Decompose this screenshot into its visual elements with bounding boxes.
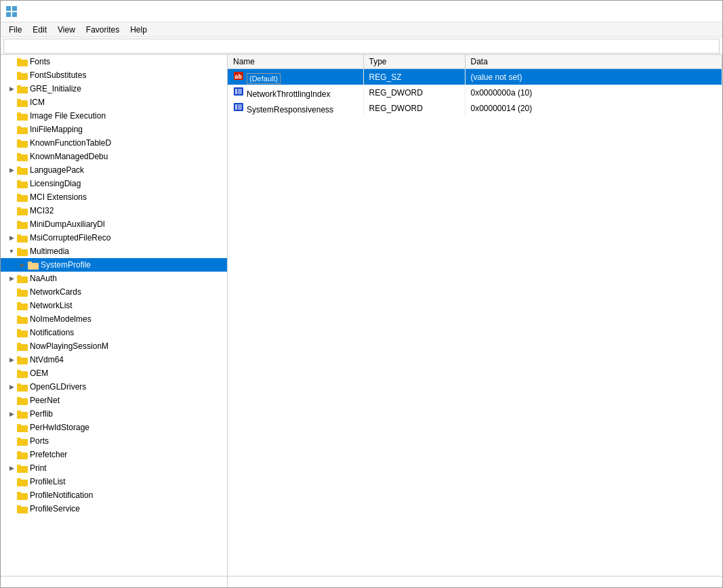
- svg-rect-69: [17, 492, 21, 494]
- tree-toggle-icon[interactable]: ▼: [6, 246, 17, 257]
- minimize-button[interactable]: [623, 1, 655, 22]
- menu-view[interactable]: View: [52, 24, 81, 36]
- tree-toggle-icon[interactable]: ▶: [6, 381, 17, 392]
- tree-item[interactable]: ▼ Multimedia: [1, 245, 227, 258]
- tree-toggle-icon[interactable]: ▶: [17, 259, 28, 270]
- tree-item[interactable]: ▶ FontSubstitutes: [1, 68, 227, 82]
- folder-icon: [17, 450, 28, 459]
- tree-item[interactable]: ▶ NetworkCards: [1, 285, 227, 299]
- tree-item[interactable]: ▶ KnownFunctionTableD: [1, 136, 227, 150]
- tree-item[interactable]: ▶ ProfileNotification: [1, 488, 227, 502]
- dword-value-icon: [233, 86, 244, 97]
- tree-horizontal-scrollbar[interactable]: [1, 576, 227, 587]
- tree-toggle-icon[interactable]: ▶: [6, 83, 17, 94]
- tree-item[interactable]: ▶ Perflib: [1, 407, 227, 421]
- table-header-row: Name Type Data: [228, 55, 722, 69]
- tree-item[interactable]: ▶ MCI Extensions: [1, 190, 227, 204]
- svg-rect-30: [17, 236, 28, 243]
- folder-icon: [17, 328, 28, 337]
- menu-favorites[interactable]: Favorites: [81, 24, 125, 36]
- table-row[interactable]: NetworkThrottlingIndexREG_DWORD0x0000000…: [228, 85, 722, 100]
- tree-item[interactable]: ▶ KnownManagedDebu: [1, 150, 227, 163]
- menu-file[interactable]: File: [3, 24, 27, 36]
- tree-item[interactable]: ▶ OpenGLDrivers: [1, 380, 227, 394]
- tree-scroll[interactable]: ▶ Fonts ▶ FontSubstitutes: [1, 55, 227, 576]
- tree-toggle-icon[interactable]: ▶: [6, 165, 17, 175]
- tree-item-label: FontSubstitutes: [30, 70, 86, 80]
- svg-rect-54: [17, 398, 28, 405]
- svg-rect-50: [17, 371, 28, 378]
- table-row[interactable]: ab (Default)REG_SZ(value not set): [228, 69, 722, 85]
- column-header-data[interactable]: Data: [465, 55, 722, 69]
- tree-item[interactable]: ▶ NaAuth: [1, 272, 227, 285]
- bottom-scrollbar[interactable]: [228, 576, 722, 587]
- tree-toggle-icon[interactable]: ▶: [6, 232, 17, 243]
- svg-rect-21: [17, 167, 21, 169]
- tree-toggle-icon[interactable]: ▶: [6, 354, 17, 365]
- menu-edit[interactable]: Edit: [27, 24, 52, 36]
- svg-rect-38: [17, 290, 28, 297]
- tree-item-label: NetworkList: [30, 301, 73, 310]
- registry-table[interactable]: Name Type Data ab (Default)REG_SZ(value …: [228, 55, 722, 576]
- tree-item[interactable]: ▶ PerHwIdStorage: [1, 421, 227, 434]
- tree-item[interactable]: ▶ Prefetcher: [1, 448, 227, 461]
- menu-help[interactable]: Help: [125, 24, 152, 36]
- tree-item[interactable]: ▶ Fonts: [1, 55, 227, 68]
- svg-rect-27: [17, 207, 21, 209]
- tree-toggle-icon[interactable]: ▶: [6, 463, 17, 474]
- column-header-name[interactable]: Name: [228, 55, 363, 69]
- folder-icon: [17, 152, 28, 161]
- table-row[interactable]: SystemResponsivenessREG_DWORD0x00000014 …: [228, 100, 722, 116]
- tree-item-label: MCI Extensions: [30, 192, 87, 202]
- svg-rect-10: [17, 100, 28, 107]
- tree-item[interactable]: ▶ ProfileList: [1, 475, 227, 488]
- tree-item[interactable]: ▶ Ports: [1, 434, 227, 448]
- tree-item[interactable]: ▶ SystemProfile: [1, 258, 227, 272]
- folder-icon: [17, 70, 28, 80]
- tree-item-label: NowPlayingSessionM: [30, 341, 108, 351]
- tree-item[interactable]: ▶ NoImeModelmes: [1, 312, 227, 326]
- right-panel: Name Type Data ab (Default)REG_SZ(value …: [228, 55, 722, 587]
- close-button[interactable]: [686, 1, 717, 22]
- svg-rect-78: [235, 104, 237, 110]
- tree-item[interactable]: ▶ ProfileService: [1, 502, 227, 516]
- tree-item[interactable]: ▶ Notifications: [1, 326, 227, 339]
- tree-item-label: NtVdm64: [30, 355, 64, 364]
- tree-item[interactable]: ▶ PeerNet: [1, 394, 227, 407]
- registry-name: ab (Default): [228, 69, 363, 85]
- tree-item[interactable]: ▶ OEM: [1, 366, 227, 380]
- tree-item-label: ProfileList: [30, 477, 66, 486]
- address-input[interactable]: [3, 39, 720, 54]
- tree-toggle-icon[interactable]: ▶: [6, 273, 17, 284]
- tree-item[interactable]: ▶ NowPlayingSessionM: [1, 339, 227, 353]
- tree-item-label: Notifications: [30, 328, 74, 337]
- tree-item[interactable]: ▶ MCI32: [1, 204, 227, 217]
- tree-item[interactable]: ▶ NtVdm64: [1, 353, 227, 366]
- tree-toggle-icon[interactable]: ▶: [6, 408, 17, 419]
- registry-type: REG_SZ: [363, 69, 465, 85]
- tree-item[interactable]: ▶ ICM: [1, 96, 227, 109]
- tree-item-label: Ports: [30, 436, 49, 446]
- tree-item-label: Fonts: [30, 57, 50, 66]
- tree-item[interactable]: ▶ LanguagePack: [1, 163, 227, 177]
- tree-item[interactable]: ▶ Print: [1, 461, 227, 475]
- tree-item[interactable]: ▶ Image File Execution: [1, 109, 227, 123]
- folder-icon: [17, 165, 28, 175]
- tree-item[interactable]: ▶ IniFileMapping: [1, 123, 227, 136]
- tree-item-label: SystemProfile: [41, 260, 91, 270]
- tree-item[interactable]: ▶ MsiCorruptedFileReco: [1, 231, 227, 245]
- tree-item[interactable]: ▶ GRE_Initialize: [1, 82, 227, 96]
- svg-rect-75: [235, 89, 237, 94]
- svg-rect-19: [17, 153, 21, 155]
- svg-rect-20: [17, 168, 28, 175]
- tree-item[interactable]: ▶ LicensingDiag: [1, 177, 227, 190]
- restore-button[interactable]: [655, 1, 686, 22]
- svg-rect-39: [17, 289, 21, 291]
- folder-icon: [17, 409, 28, 419]
- svg-rect-60: [17, 439, 28, 446]
- column-header-type[interactable]: Type: [363, 55, 465, 69]
- default-value-icon: ab: [233, 70, 244, 81]
- tree-item[interactable]: ▶ MiniDumpAuxiliaryDl: [1, 217, 227, 231]
- tree-item[interactable]: ▶ NetworkList: [1, 299, 227, 312]
- svg-rect-17: [17, 140, 21, 142]
